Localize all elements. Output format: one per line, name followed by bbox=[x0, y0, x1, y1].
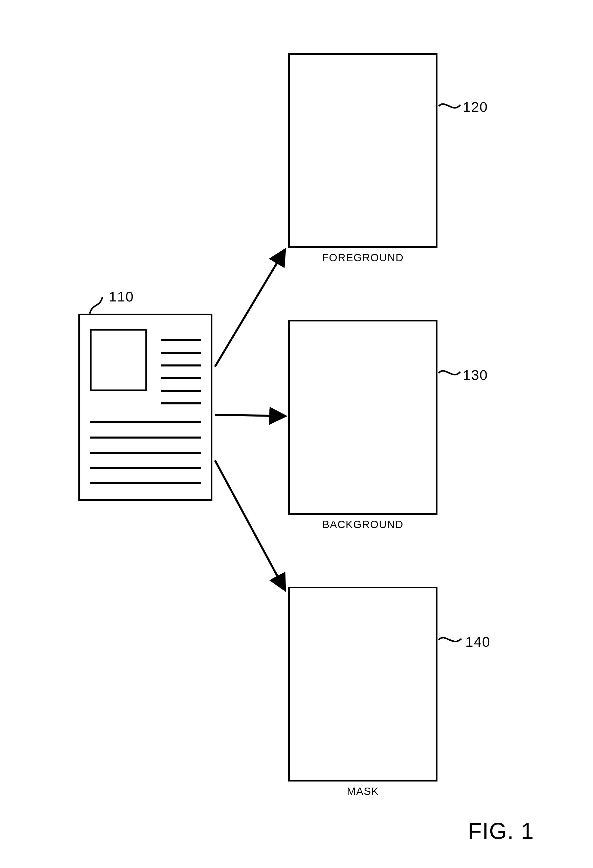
leadline-140 bbox=[439, 638, 462, 641]
doc-line bbox=[161, 402, 201, 404]
figure-canvas: 110 FOREGROUND 120 BACKGROUND 130 MASK 1… bbox=[0, 0, 593, 868]
foreground-box bbox=[288, 53, 438, 248]
arrow-to-foreground bbox=[215, 250, 285, 367]
doc-line bbox=[161, 339, 201, 341]
foreground-label: FOREGROUND bbox=[288, 252, 438, 264]
doc-line bbox=[161, 390, 201, 392]
source-inner-image bbox=[90, 329, 147, 391]
ref-num-background: 130 bbox=[463, 367, 488, 383]
doc-line bbox=[90, 437, 201, 438]
source-document-box bbox=[78, 314, 212, 501]
doc-line bbox=[90, 482, 201, 484]
leadline-120 bbox=[439, 104, 460, 108]
doc-line bbox=[161, 365, 201, 366]
doc-line bbox=[161, 377, 201, 379]
leadline-130 bbox=[439, 371, 460, 375]
background-label: BACKGROUND bbox=[288, 518, 438, 531]
doc-line bbox=[90, 452, 201, 454]
background-box bbox=[288, 320, 438, 515]
doc-line bbox=[90, 421, 201, 424]
ref-num-mask: 140 bbox=[465, 633, 490, 650]
leadline-110 bbox=[90, 297, 102, 314]
mask-label: MASK bbox=[288, 785, 438, 797]
doc-line bbox=[161, 352, 201, 354]
mask-box bbox=[288, 587, 438, 781]
arrow-to-mask bbox=[215, 460, 285, 589]
figure-title: FIG. 1 bbox=[468, 818, 534, 844]
arrow-to-background bbox=[215, 415, 285, 416]
ref-num-foreground: 120 bbox=[463, 99, 488, 115]
ref-num-source: 110 bbox=[109, 288, 134, 305]
doc-line bbox=[90, 467, 201, 469]
